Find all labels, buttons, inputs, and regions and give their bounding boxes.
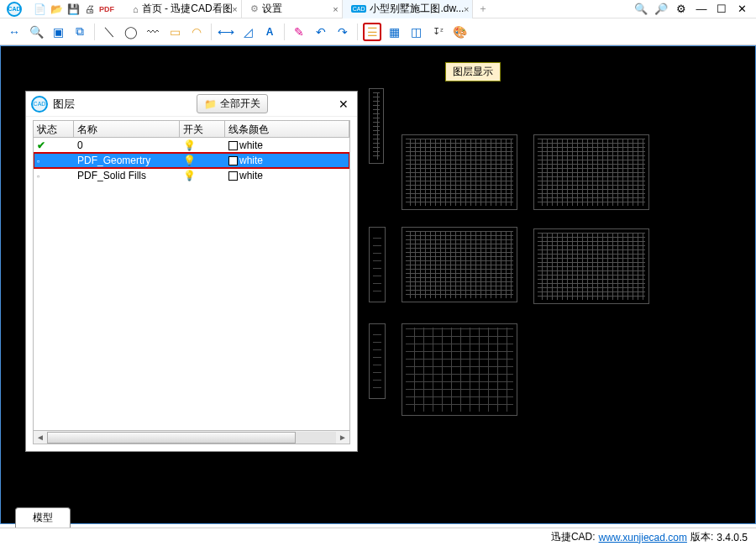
horizontal-scrollbar[interactable]: ◄ ► <box>34 430 349 444</box>
title-bar: CAD 📄 📂 💾 🖨 PDF ⌂ 首页 - 迅捷CAD看图 × ⚙ 设置 × … <box>0 0 756 18</box>
tab-settings-label: 设置 <box>262 2 282 16</box>
drawing-thumbnail <box>369 88 384 164</box>
close-icon[interactable]: × <box>333 4 338 14</box>
tab-file[interactable]: CAD 小型别墅施工图.dw... × <box>343 0 474 18</box>
redo-icon[interactable]: ↷ <box>333 23 352 41</box>
lightbulb-icon[interactable]: 💡 <box>183 155 196 166</box>
dialog-title: 图层 <box>53 97 121 112</box>
layers-table: 状态 名称 开关 线条颜色 ✔ 0 💡 white ▫ PDF_Geomertr… <box>33 120 350 444</box>
tooltip-text: 图层显示 <box>453 66 493 77</box>
toggle-all-button[interactable]: 📁 全部开关 <box>197 94 268 113</box>
layers-dialog: CAD 图层 📁 全部开关 ✕ 状态 名称 开关 线条颜色 ✔ 0 💡 whit… <box>25 91 358 452</box>
drawing-thumbnail <box>369 323 386 399</box>
drawing-thumbnail <box>402 227 517 302</box>
lightbulb-icon[interactable]: 💡 <box>183 139 196 151</box>
status-product: 迅捷CAD: <box>551 530 596 544</box>
folder-icon: 📁 <box>204 98 217 110</box>
table-body: ✔ 0 💡 white ▫ PDF_Geomertry 💡 white ▫ PD… <box>34 138 349 430</box>
polyline-icon[interactable]: 〰 <box>144 23 162 41</box>
cad-file-icon: CAD <box>351 5 367 13</box>
layer-row[interactable]: ▫ PDF_Solid Fills 💡 white <box>34 168 349 183</box>
layer-color: white <box>239 139 263 151</box>
zoom-region-icon[interactable]: ⧉ <box>71 23 89 41</box>
dialog-close-button[interactable]: ✕ <box>335 97 352 111</box>
toggle-all-label: 全部开关 <box>220 97 260 111</box>
export-pdf-icon[interactable]: PDF <box>99 2 114 17</box>
quick-access-toolbar: 📄 📂 💾 🖨 PDF <box>29 2 118 17</box>
maximize-button[interactable]: ☐ <box>714 2 729 17</box>
block-icon[interactable]: ▦ <box>385 23 403 41</box>
status-version: 3.4.0.5 <box>717 532 748 543</box>
color-swatch[interactable] <box>228 156 238 165</box>
home-icon: ⌂ <box>133 4 139 14</box>
zoom-window-icon[interactable]: 🔍 <box>27 23 45 41</box>
status-bar: 迅捷CAD: www.xunjiecad.com 版本: 3.4.0.5 <box>0 528 756 546</box>
scroll-left-icon[interactable]: ◄ <box>34 433 47 442</box>
line-icon[interactable]: ＼ <box>100 23 118 41</box>
arc-icon[interactable]: ◠ <box>187 23 206 41</box>
header-state[interactable]: 状态 <box>34 121 74 137</box>
layer-off-icon: ▫ <box>37 172 39 181</box>
layer-off-icon: ▫ <box>37 157 39 165</box>
close-icon[interactable]: × <box>464 4 469 14</box>
layer-row[interactable]: ✔ 0 💡 white <box>34 138 349 153</box>
scrollbar-thumb[interactable] <box>47 432 296 444</box>
model-tab-label: 模型 <box>33 512 53 523</box>
zoom-in-icon[interactable]: 🔍 <box>633 2 648 17</box>
bottom-tab-bar: 模型 <box>0 507 756 528</box>
status-url-link[interactable]: www.xunjiecad.com <box>599 532 687 543</box>
minimize-button[interactable]: — <box>694 2 709 17</box>
cube-icon[interactable]: ◫ <box>407 23 425 41</box>
gear-icon: ⚙ <box>250 3 259 14</box>
close-window-button[interactable]: ✕ <box>734 2 749 17</box>
layer-color: white <box>239 155 263 166</box>
open-file-icon[interactable]: 📂 <box>49 2 64 17</box>
table-header: 状态 名称 开关 线条颜色 <box>34 121 349 138</box>
tab-file-label: 小型别墅施工图.dw... <box>370 2 464 16</box>
dimension-icon[interactable]: ⟷ <box>217 23 235 41</box>
drawing-thumbnail <box>402 134 517 210</box>
erase-icon[interactable]: ✎ <box>290 23 308 41</box>
tab-settings[interactable]: ⚙ 设置 × <box>242 0 343 18</box>
status-version-label: 版本: <box>690 530 713 544</box>
scroll-right-icon[interactable]: ► <box>336 433 349 442</box>
drawing-thumbnail <box>369 227 386 302</box>
drawing-thumbnail <box>533 134 649 210</box>
header-color[interactable]: 线条颜色 <box>225 121 349 137</box>
layer-name: PDF_Solid Fills <box>74 169 180 182</box>
close-icon[interactable]: × <box>232 4 237 14</box>
model-tab[interactable]: 模型 <box>15 507 71 528</box>
color-swatch[interactable] <box>228 141 238 150</box>
header-on[interactable]: 开关 <box>180 121 225 137</box>
layer-name: PDF_Geomertry <box>74 154 180 167</box>
window-controls: 🔍 🔎 ⚙ — ☐ ✕ <box>627 2 756 17</box>
app-icon: CAD <box>0 0 29 18</box>
new-file-icon[interactable]: 📄 <box>32 2 47 17</box>
text-icon[interactable]: A <box>260 23 279 41</box>
rectangle-icon[interactable]: ▭ <box>165 23 184 41</box>
zoom-out-icon[interactable]: 🔎 <box>654 2 669 17</box>
dialog-titlebar[interactable]: CAD 图层 📁 全部开关 ✕ <box>26 92 357 117</box>
header-name[interactable]: 名称 <box>74 121 180 137</box>
tab-home-label: 首页 - 迅捷CAD看图 <box>142 2 233 16</box>
print-icon[interactable]: 🖨 <box>82 2 97 17</box>
layers-tooltip: 图层显示 <box>445 62 501 81</box>
tab-home[interactable]: ⌂ 首页 - 迅捷CAD看图 × <box>124 0 242 18</box>
layer-row[interactable]: ▫ PDF_Geomertry 💡 white <box>34 153 349 168</box>
zoom-extents-icon[interactable]: ▣ <box>49 23 67 41</box>
color-swatch[interactable] <box>228 171 238 181</box>
layers-button[interactable]: ☰ <box>363 23 381 41</box>
settings-gear-icon[interactable]: ⚙ <box>674 2 689 17</box>
lightbulb-icon[interactable]: 💡 <box>183 170 196 181</box>
main-toolbar: ↔ 🔍 ▣ ⧉ ＼ ◯ 〰 ▭ ◠ ⟷ ◿ A ✎ ↶ ↷ ☰ ▦ ◫ ↧ᶻ 🎨 <box>0 18 756 45</box>
angle-icon[interactable]: ◿ <box>239 23 257 41</box>
save-icon[interactable]: 💾 <box>66 2 81 17</box>
sort-icon[interactable]: ↧ᶻ <box>428 23 447 41</box>
add-tab-button[interactable]: ＋ <box>473 0 493 18</box>
layer-color: white <box>239 170 263 181</box>
cursor-icon[interactable]: ↔ <box>5 23 24 41</box>
layer-name: 0 <box>74 139 180 152</box>
color-wheel-icon[interactable]: 🎨 <box>450 23 469 41</box>
undo-icon[interactable]: ↶ <box>312 23 330 41</box>
circle-icon[interactable]: ◯ <box>122 23 140 41</box>
